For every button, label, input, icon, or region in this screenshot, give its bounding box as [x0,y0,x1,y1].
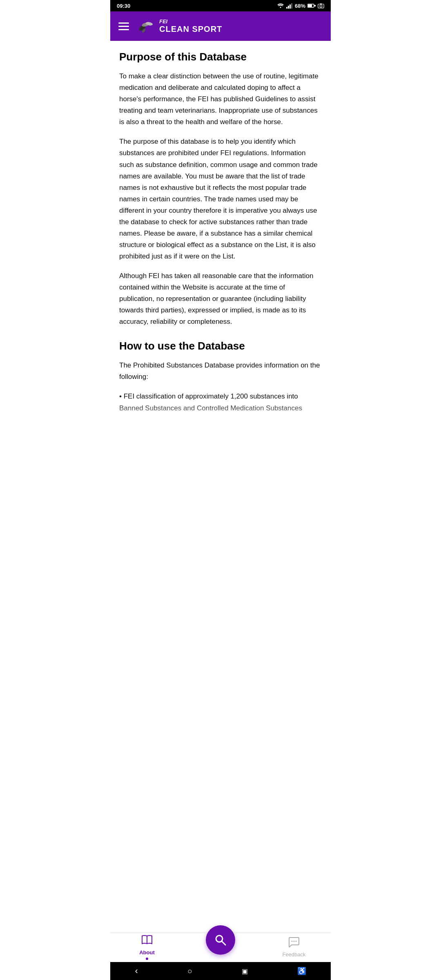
header: FEI CLEAN SPORT [110,11,331,41]
svg-rect-10 [320,3,322,4]
battery-percentage: 68% [295,3,305,9]
menu-button[interactable] [118,22,129,30]
section1-title: Purpose of this Database [119,51,322,63]
main-content: Purpose of this Database To make a clear… [110,41,331,426]
paragraph-4: The Prohibited Substances Database provi… [119,360,322,383]
time: 09:30 [117,3,130,9]
svg-rect-4 [291,3,292,9]
logo-fei: FEI [159,19,222,24]
fei-leaves-icon [137,17,155,35]
signal-icon [286,3,293,9]
status-bar: 09:30 68% [110,0,331,11]
paragraph-3: Although FEI has taken all reasonable ca… [119,270,322,327]
bottom-spacer [110,426,331,475]
battery-icon [307,3,316,8]
header-logo: FEI CLEAN SPORT [137,17,222,35]
svg-point-0 [280,7,281,8]
status-bar-right: 68% [277,3,324,9]
paragraph-1: To make a clear distinction between the … [119,71,322,128]
hamburger-line-1 [118,22,129,24]
paragraph-2: The purpose of this database is to help … [119,136,322,262]
svg-rect-1 [286,7,287,9]
logo-clean-sport: CLEAN SPORT [159,24,222,33]
hamburger-line-3 [118,29,129,30]
svg-rect-2 [288,6,289,9]
svg-rect-7 [314,5,316,7]
svg-rect-6 [308,4,312,7]
logo-text: FEI CLEAN SPORT [159,19,222,33]
camera-icon [318,3,324,9]
bullet-1: • FEI classification of approximately 1,… [119,391,322,418]
svg-point-9 [320,5,322,7]
wifi-icon [277,3,284,9]
section2-title: How to use the Database [119,340,322,352]
hamburger-line-2 [118,26,129,27]
svg-rect-3 [290,4,291,9]
